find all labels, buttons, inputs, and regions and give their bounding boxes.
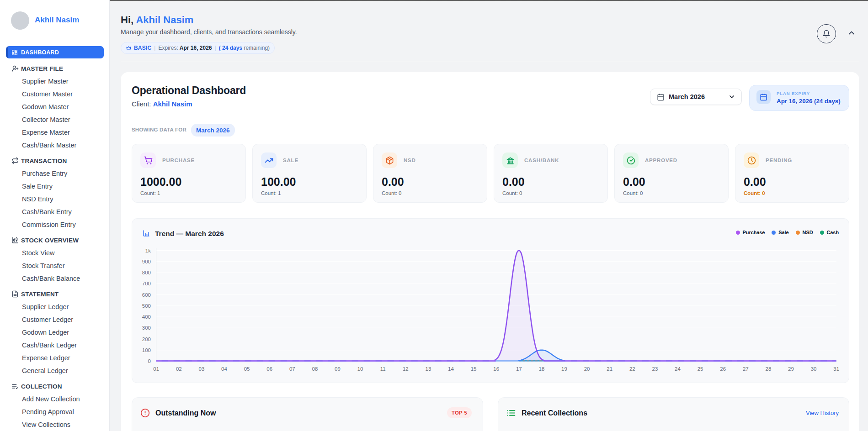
svg-text:31: 31: [833, 366, 839, 372]
svg-text:08: 08: [312, 366, 318, 372]
svg-text:29: 29: [788, 366, 794, 372]
svg-text:28: 28: [766, 366, 772, 372]
svg-text:21: 21: [607, 366, 612, 372]
svg-text:15: 15: [471, 366, 477, 372]
svg-text:25: 25: [698, 366, 703, 372]
svg-text:27: 27: [743, 366, 749, 372]
svg-text:26: 26: [720, 366, 726, 372]
svg-text:01: 01: [153, 366, 159, 372]
svg-text:1k: 1k: [145, 248, 151, 253]
svg-text:16: 16: [493, 366, 499, 372]
svg-text:02: 02: [176, 366, 182, 372]
svg-text:500: 500: [142, 303, 151, 309]
svg-text:22: 22: [629, 366, 635, 372]
svg-text:800: 800: [142, 270, 151, 275]
svg-text:24: 24: [675, 366, 681, 372]
svg-text:10: 10: [357, 366, 363, 372]
svg-text:07: 07: [289, 366, 295, 372]
svg-text:13: 13: [426, 366, 431, 372]
svg-text:200: 200: [142, 336, 151, 342]
svg-text:05: 05: [244, 366, 250, 372]
svg-text:900: 900: [142, 259, 151, 264]
svg-text:11: 11: [380, 366, 386, 372]
svg-text:600: 600: [142, 292, 151, 298]
svg-text:23: 23: [652, 366, 658, 372]
svg-text:06: 06: [266, 366, 272, 372]
svg-text:09: 09: [335, 366, 341, 372]
svg-text:100: 100: [142, 347, 151, 353]
svg-text:19: 19: [561, 366, 567, 372]
svg-text:17: 17: [516, 366, 522, 372]
svg-text:700: 700: [142, 281, 151, 286]
svg-text:03: 03: [199, 366, 205, 372]
svg-text:14: 14: [448, 366, 454, 372]
svg-text:12: 12: [403, 366, 409, 372]
svg-text:20: 20: [584, 366, 590, 372]
svg-text:18: 18: [539, 366, 545, 372]
svg-text:400: 400: [142, 314, 151, 320]
svg-text:04: 04: [221, 366, 227, 372]
svg-text:300: 300: [142, 325, 151, 331]
svg-text:0: 0: [148, 358, 151, 364]
svg-text:30: 30: [811, 366, 817, 372]
